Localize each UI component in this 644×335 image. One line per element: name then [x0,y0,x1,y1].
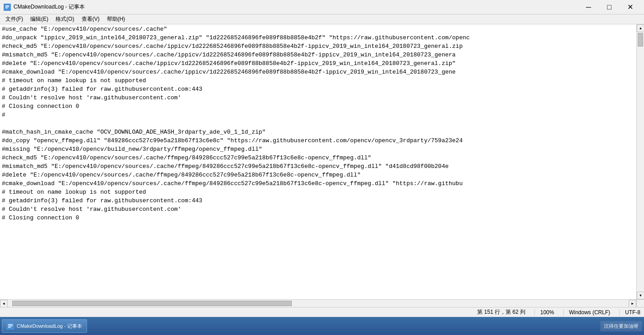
app-icon [4,4,11,11]
text-line: #delete "E:/opencv410/opencv/sources/.ca… [2,60,642,68]
text-line [2,120,642,128]
menu-edit[interactable]: 编辑(E) [27,14,52,24]
svg-rect-6 [8,326,13,326]
menu-view[interactable]: 查看(V) [78,14,103,24]
notification-text: 沉得住要加油呀 [604,323,639,329]
text-line: # Couldn't resolve host 'raw.githubuserc… [2,205,642,214]
text-line: # timeout on name lookup is not supporte… [2,77,642,85]
text-line: # Closing connection 0 [2,102,642,111]
text-line: #cmake_download "E:/opencv410/opencv/sou… [2,180,642,188]
maximize-button[interactable]: □ [599,0,620,14]
text-line: #check_md5 "E:/opencv410/opencv/sources/… [2,42,642,51]
menu-bar: 文件(F) 编辑(E) 格式(O) 查看(V) 帮助(H) [0,14,644,24]
text-line: # Closing connection 0 [2,214,642,223]
menu-help[interactable]: 帮助(H) [103,14,129,24]
svg-rect-7 [8,327,11,328]
text-line: #do_unpack "ippicv_2019_win_intel64_2018… [2,34,642,42]
text-line: #missing "E:/opencv410/opencv/build_new/… [2,145,642,154]
zoom-status: 100% [534,309,554,316]
text-line: # getaddrinfo(3) failed for raw.githubus… [2,85,642,94]
text-line: #cmake_download "E:/opencv410/opencv/sou… [2,68,642,77]
svg-rect-5 [8,324,13,325]
encoding-status: Windows (CRLF) [563,309,610,316]
vertical-scrollbar[interactable]: ▲ ▼ [636,24,644,299]
text-line: #check_md5 "E:/opencv410/opencv/sources/… [2,154,642,163]
text-line: #use_cache "E:/opencv410/opencv/sources/… [2,25,642,34]
text-line: #delete "E:/opencv410/opencv/sources/.ca… [2,171,642,180]
text-line: # Couldn't resolve host 'raw.githubuserc… [2,94,642,102]
menu-file[interactable]: 文件(F) [2,14,27,24]
text-line: # getaddrinfo(3) failed for raw.githubus… [2,197,642,205]
text-line: #match_hash_in_cmake_cache "OCV_DOWNLOAD… [2,128,642,137]
scroll-down-button[interactable]: ▼ [637,292,644,299]
text-line: # [2,111,642,120]
scroll-thumb-v[interactable] [638,33,643,47]
taskbar: CMakeDownloadLog - 记事本 沉得住要加油呀 [0,317,644,335]
line-col-status: 第 151 行，第 62 列 [472,308,525,316]
close-button[interactable]: ✕ [620,0,640,14]
scroll-right-button[interactable]: ► [629,300,636,307]
text-line: #mismatch_md5 "E:/opencv410/opencv/sourc… [2,51,642,60]
taskbar-app-icon [7,322,14,330]
taskbar-app-label: CMakeDownloadLog - 记事本 [17,323,82,330]
menu-format[interactable]: 格式(O) [52,14,78,24]
charset-status: UTF-8 [619,309,640,316]
scroll-track-v[interactable] [637,32,644,292]
charset-text: UTF-8 [625,309,640,316]
line-col-text: 第 151 行，第 62 列 [477,308,525,316]
scroll-thumb-h[interactable] [12,301,292,306]
svg-rect-2 [5,6,9,7]
scroll-up-button[interactable]: ▲ [637,24,644,32]
text-line: #mismatch_md5 "E:/opencv410/opencv/sourc… [2,163,642,171]
minimize-button[interactable]: ─ [578,0,599,14]
horizontal-scrollbar[interactable]: ◄ ► [0,300,636,307]
svg-rect-1 [5,5,9,6]
content-area: #use_cache "E:/opencv410/opencv/sources/… [0,24,644,307]
scroll-left-button[interactable]: ◄ [0,300,8,307]
scroll-track-h[interactable] [8,300,629,307]
bottom-area: ◄ ► [0,299,644,307]
svg-rect-3 [5,8,8,9]
window-controls: ─ □ ✕ [578,0,640,14]
taskbar-app-button[interactable]: CMakeDownloadLog - 记事本 [2,319,87,333]
text-line: # timeout on name lookup is not supporte… [2,188,642,197]
zoom-text: 100% [540,309,554,316]
scrollbar-corner [636,300,644,307]
status-bar: 第 151 行，第 62 列 100% Windows (CRLF) UTF-8 [0,307,644,317]
encoding-text: Windows (CRLF) [569,309,610,316]
text-line: #do_copy "opencv_ffmpeg.dll" "849286ccc5… [2,137,642,145]
taskbar-notification: 沉得住要加油呀 [600,321,642,331]
text-editor[interactable]: #use_cache "E:/opencv410/opencv/sources/… [0,24,644,299]
window-title: CMakeDownloadLog - 记事本 [14,3,578,11]
title-bar: CMakeDownloadLog - 记事本 ─ □ ✕ [0,0,644,14]
